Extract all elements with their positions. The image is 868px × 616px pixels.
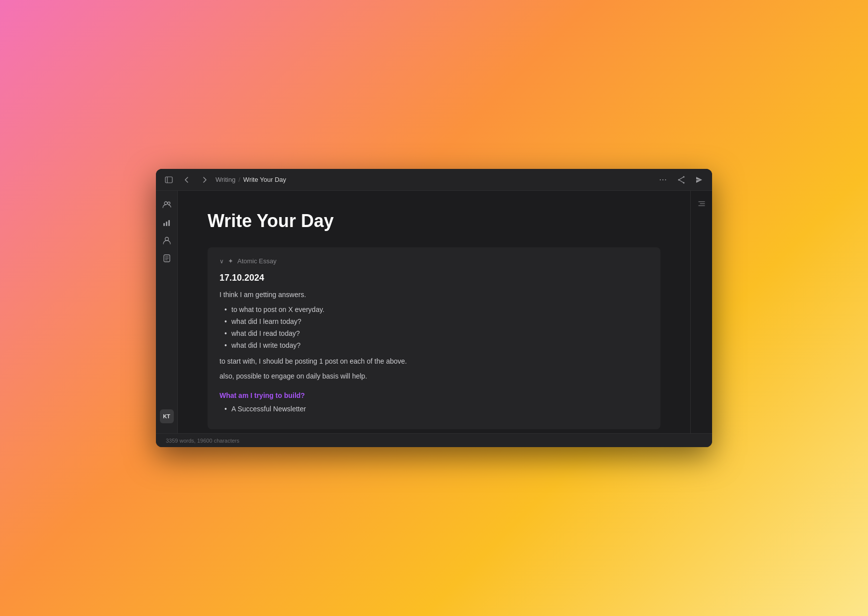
sidebar-item-documents[interactable] xyxy=(159,250,175,266)
breadcrumb-parent[interactable]: Writing xyxy=(216,176,235,183)
more-options-button[interactable]: ⋯ xyxy=(656,173,670,187)
list-item: what did I write today? xyxy=(221,340,649,352)
left-sidebar: KT xyxy=(156,191,178,433)
avatar[interactable]: KT xyxy=(160,409,174,423)
card-header: ∨ ✦ Atomic Essay xyxy=(219,257,649,265)
back-button[interactable] xyxy=(180,173,194,187)
list-item: to what to post on X everyday. xyxy=(221,304,649,316)
breadcrumb-separator: / xyxy=(238,176,240,183)
top-bar-right: ⋯ xyxy=(656,173,706,187)
content-area[interactable]: Write Your Day ∨ ✦ Atomic Essay 17.10.20… xyxy=(178,191,690,433)
intro-text: I think I am getting answers. xyxy=(219,289,649,300)
svg-point-5 xyxy=(164,202,167,205)
body-text-2: also, possible to engage on daily basis … xyxy=(219,371,649,382)
sidebar-item-users[interactable] xyxy=(159,232,175,248)
card-chevron-icon: ∨ xyxy=(219,258,224,265)
breadcrumb-current: Write Your Day xyxy=(243,176,286,183)
sidebar-item-analytics[interactable] xyxy=(159,215,175,231)
list-item: what did I learn today? xyxy=(221,316,649,328)
list-item: what did I read today? xyxy=(221,328,649,340)
breadcrumb: Writing / Write Your Day xyxy=(216,176,286,183)
svg-point-3 xyxy=(678,179,680,180)
svg-point-2 xyxy=(683,176,685,177)
date-heading: 17.10.2024 xyxy=(219,273,649,283)
svg-rect-7 xyxy=(163,223,165,226)
outline-toggle-button[interactable] xyxy=(695,197,709,211)
svg-rect-9 xyxy=(168,220,170,226)
svg-point-6 xyxy=(167,202,170,205)
question-heading: What am I trying to build? xyxy=(219,391,649,399)
forward-button[interactable] xyxy=(198,173,212,187)
main-area: KT Write Your Day ∨ ✦ Atomic Essay 17.10… xyxy=(156,191,712,433)
card-header-label: Atomic Essay xyxy=(237,257,277,265)
body-text-1: to start with, I should be posting 1 pos… xyxy=(219,356,649,367)
bullet-list-main: to what to post on X everyday. what did … xyxy=(219,304,649,351)
share-button[interactable] xyxy=(674,173,688,187)
app-window: Writing / Write Your Day ⋯ xyxy=(156,169,712,447)
sidebar-bottom: KT xyxy=(160,409,174,427)
svg-point-4 xyxy=(683,182,685,183)
top-bar-left: Writing / Write Your Day xyxy=(162,173,656,187)
svg-rect-8 xyxy=(166,222,167,226)
atomic-essay-card: ∨ ✦ Atomic Essay 17.10.2024 I think I am… xyxy=(208,247,660,429)
list-item-answer: A Successful Newsletter xyxy=(221,403,649,415)
card-sparkle-icon: ✦ xyxy=(228,257,233,265)
sidebar-toggle-button[interactable] xyxy=(162,173,176,187)
svg-rect-0 xyxy=(165,177,172,183)
word-count: 3359 words, 19600 characters xyxy=(162,438,239,444)
bullet-list-answer: A Successful Newsletter xyxy=(219,403,649,415)
top-bar: Writing / Write Your Day ⋯ xyxy=(156,169,712,191)
sidebar-item-people[interactable] xyxy=(159,197,175,213)
document-title: Write Your Day xyxy=(208,211,660,231)
status-bar: 3359 words, 19600 characters xyxy=(156,433,712,447)
send-button[interactable] xyxy=(692,173,706,187)
